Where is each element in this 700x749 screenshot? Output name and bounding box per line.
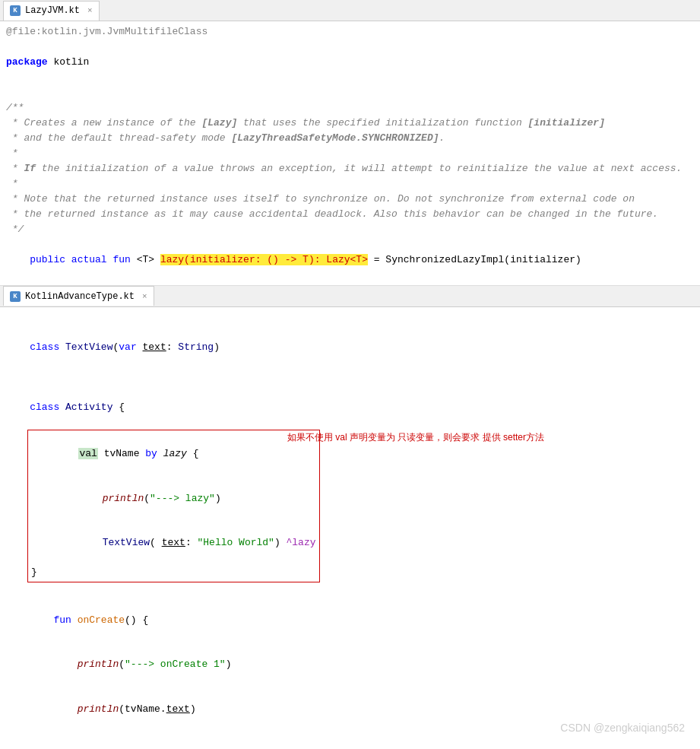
lazy-block: val tvName by lazy { println("---> lazy"… (27, 430, 320, 583)
code-annotation: @file:kotlin.jvm.JvmMultifileClass (6, 24, 694, 40)
println-oncreate1: println("---> onCreate 1") (6, 643, 694, 687)
javadoc-line3: * (6, 146, 694, 161)
javadoc-line7: * the returned instance as it may cause … (6, 207, 694, 222)
javadoc-line1: * Creates a new instance of the [Lazy] t… (6, 116, 694, 131)
tab-kotlinadvancetype[interactable]: K KotlinAdvanceType.kt × (3, 286, 154, 306)
javadoc-line5: * (6, 176, 694, 192)
javadoc-line2: * and the default thread-safety mode [La… (6, 131, 694, 146)
code-package: package kotlin (6, 55, 694, 70)
javadoc-start: /** (6, 100, 694, 116)
fun-oncreate-start: fun onCreate() { (6, 598, 694, 643)
activity-class-start: class Activity { (6, 385, 694, 430)
textview-class-line: class TextView(var text: String) (6, 325, 694, 370)
println-lazy-line: println("---> lazy") (31, 476, 316, 521)
kotlin-file-icon-2: K (10, 291, 21, 302)
textview-lazy-line: TextView( text: "Hello World") ^lazy (31, 521, 316, 566)
kotlin-file-icon: K (10, 5, 21, 16)
fun-lazy-signature: public actual fun <T> lazy(initializer: … (6, 237, 694, 282)
lazy-annotation-note: 如果不使用 val 声明变量为 只读变量，则会要求 提供 setter方法 (287, 431, 544, 444)
watermark: CSDN @zengkaiqiang562 (560, 722, 685, 734)
tab-lazyjvm-close[interactable]: × (87, 6, 93, 15)
tab-lazyjvm-label: LazyJVM.kt (25, 5, 80, 16)
editor-1: @file:kotlin.jvm.JvmMultifileClass packa… (0, 21, 700, 286)
val-tvname-line: val tvName by lazy { (31, 432, 316, 477)
javadoc-line6: * Note that the returned instance uses i… (6, 192, 694, 207)
println-oncreate2: println("---> onCreate 2") (6, 732, 694, 750)
tab-bar-1: K LazyJVM.kt × (0, 0, 700, 21)
tab-kotlinadvancetype-close[interactable]: × (142, 292, 147, 301)
javadoc-end: */ (6, 222, 694, 237)
lazy-block-container: val tvName by lazy { println("---> lazy"… (6, 430, 694, 583)
tab-bar-2: K KotlinAdvanceType.kt × (0, 286, 700, 307)
tab-lazyjvm[interactable]: K LazyJVM.kt × (3, 1, 100, 21)
block-close-brace: } (31, 565, 316, 580)
javadoc-line4: * If the initialization of a value throw… (6, 161, 694, 176)
tab-kotlinadvancetype-label: KotlinAdvanceType.kt (25, 291, 135, 302)
editor-2: class TextView(var text: String) class A… (0, 307, 700, 750)
